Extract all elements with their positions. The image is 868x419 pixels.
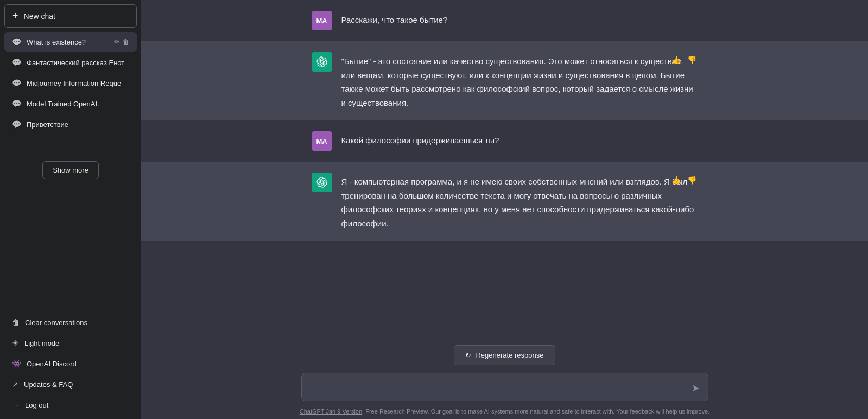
action-label: Light mode: [24, 339, 59, 347]
conversation-label: Model Trained OpenAI.: [27, 100, 129, 108]
chat-icon: 💬: [12, 99, 21, 108]
assistant-avatar: [312, 173, 332, 192]
gpt-logo: [316, 177, 327, 188]
conversation-edit-icons: ✏🗑: [114, 38, 129, 46]
footer-description: . Free Research Preview. Our goal is to …: [362, 408, 709, 415]
send-button[interactable]: ➤: [689, 380, 702, 396]
new-chat-label: New chat: [24, 12, 55, 21]
conversation-label: Фантастический рассказ Енот: [27, 59, 129, 67]
delete-icon[interactable]: 🗑: [123, 38, 129, 46]
sidebar-bottom: 🗑Clear conversations☀Light mode👾OpenAI D…: [4, 308, 137, 415]
chat-messages: MAРасскажи, что такое бытие? "Бытие" - э…: [141, 0, 868, 337]
edit-icon[interactable]: ✏: [114, 38, 119, 46]
message-row-user: MAКакой философии придерживаешься ты?: [141, 120, 868, 162]
message-content: Расскажи, что такое бытие?: [341, 11, 698, 27]
message-inner: Я - компьютерная программа, и я не имею …: [301, 173, 708, 230]
sidebar: + New chat 💬What is existence?✏🗑💬Фантаст…: [0, 0, 141, 419]
conversation-label: Приветствие: [27, 120, 129, 129]
thumbs-down-button[interactable]: 👎: [686, 54, 698, 65]
sidebar-action-faq[interactable]: ↗Updates & FAQ: [4, 374, 137, 394]
sidebar-conversation-item[interactable]: 💬Приветствие: [4, 115, 137, 134]
input-area: ↻ Regenerate response ➤ ChatGPT Jan 9 Ve…: [141, 337, 868, 420]
sidebar-action-light[interactable]: ☀Light mode: [4, 333, 137, 353]
thumbs-down-button[interactable]: 👎: [686, 175, 698, 186]
user-avatar: MA: [312, 11, 332, 30]
sidebar-action-logout[interactable]: →Log out: [4, 395, 137, 415]
plus-icon: +: [12, 10, 18, 22]
action-label: Updates & FAQ: [24, 380, 73, 389]
message-inner: "Бытие" - это состояние или качество сущ…: [301, 52, 708, 110]
sidebar-conversation-item[interactable]: 💬Midjourney Information Reque: [4, 73, 137, 93]
show-more-button[interactable]: Show more: [42, 161, 99, 179]
message-row-user: MAРасскажи, что такое бытие?: [141, 0, 868, 41]
light-icon: ☀: [12, 339, 19, 347]
conversation-label: What is existence?: [27, 38, 109, 46]
footer-text: ChatGPT Jan 9 Version. Free Research Pre…: [300, 408, 710, 415]
sidebar-action-clear[interactable]: 🗑Clear conversations: [4, 313, 137, 332]
new-chat-button[interactable]: + New chat: [4, 4, 137, 28]
message-inner: MAРасскажи, что такое бытие?: [301, 11, 708, 30]
regenerate-label: Regenerate response: [476, 351, 543, 359]
user-avatar: MA: [312, 131, 332, 151]
assistant-avatar: [312, 52, 332, 72]
message-content: Я - компьютерная программа, и я не имею …: [341, 173, 698, 230]
thumbs-up-button[interactable]: 👍: [670, 54, 682, 65]
sidebar-conversation-item[interactable]: 💬Model Trained OpenAI.: [4, 94, 137, 113]
chat-icon: 💬: [12, 120, 21, 129]
chat-input[interactable]: [301, 373, 708, 402]
action-label: OpenAI Discord: [27, 360, 77, 368]
footer-link[interactable]: ChatGPT Jan 9 Version: [300, 408, 362, 415]
message-inner: MAКакой философии придерживаешься ты?: [301, 131, 708, 151]
gpt-logo: [316, 56, 327, 67]
action-label: Clear conversations: [25, 319, 87, 327]
regenerate-button[interactable]: ↻ Regenerate response: [454, 345, 555, 365]
conversation-label: Midjourney Information Reque: [27, 79, 129, 87]
regenerate-icon: ↻: [465, 351, 471, 359]
chat-icon: 💬: [12, 58, 21, 67]
chat-icon: 💬: [12, 37, 21, 46]
message-feedback-actions: 👍👎: [670, 175, 698, 186]
action-label: Log out: [25, 401, 48, 409]
faq-icon: ↗: [12, 380, 18, 389]
main-panel: MAРасскажи, что такое бытие? "Бытие" - э…: [141, 0, 868, 419]
message-content: Какой философии придерживаешься ты?: [341, 131, 698, 148]
message-content: "Бытие" - это состояние или качество сущ…: [341, 52, 698, 110]
sidebar-conversation-item[interactable]: 💬Фантастический рассказ Енот: [4, 53, 137, 72]
clear-icon: 🗑: [12, 318, 20, 327]
logout-icon: →: [12, 401, 20, 409]
thumbs-up-button[interactable]: 👍: [670, 175, 682, 186]
message-row-assistant: "Бытие" - это состояние или качество сущ…: [141, 41, 868, 120]
message-row-assistant: Я - компьютерная программа, и я не имею …: [141, 162, 868, 241]
discord-icon: 👾: [12, 359, 21, 368]
conversation-list: 💬What is existence?✏🗑💬Фантастический рас…: [4, 32, 137, 157]
sidebar-action-discord[interactable]: 👾OpenAI Discord: [4, 354, 137, 373]
message-feedback-actions: 👍👎: [670, 54, 698, 65]
input-row: ➤: [301, 373, 708, 403]
sidebar-conversation-item[interactable]: 💬What is existence?✏🗑: [4, 32, 137, 52]
chat-icon: 💬: [12, 79, 21, 87]
